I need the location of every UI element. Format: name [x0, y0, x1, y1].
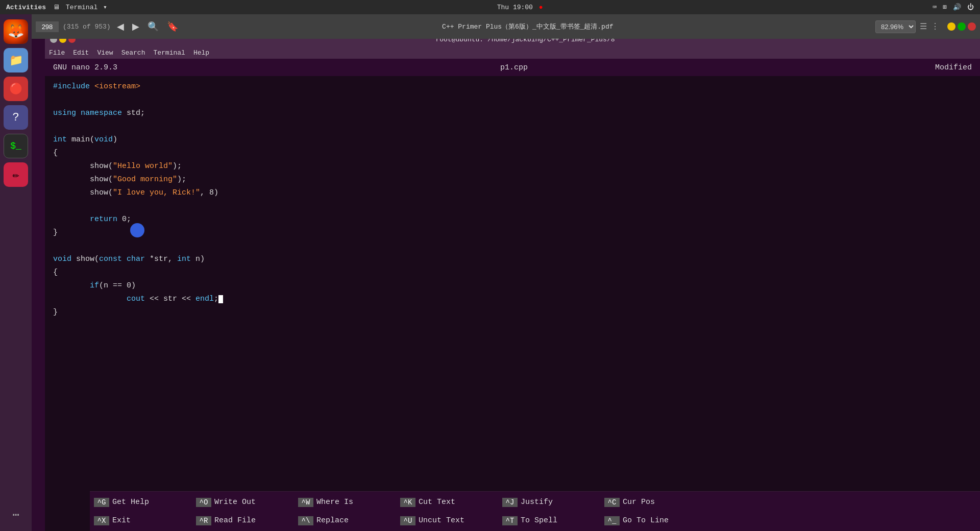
shortcut-key-underscore: ^_ [604, 516, 620, 525]
dropdown-arrow: ▾ [103, 4, 107, 11]
shortcut-label-write-out: Write Out [214, 498, 256, 506]
firefox-icon: 🦊 [8, 23, 24, 40]
code-token-show2: show( [53, 174, 113, 186]
pdf-bookmark-button[interactable]: 🔖 [165, 20, 180, 33]
sidebar-item-apps[interactable]: 🔴 [4, 77, 28, 101]
pdf-minimize-button[interactable] [947, 22, 955, 31]
help-icon: ? [12, 111, 19, 124]
shortcut-key-u: ^U [400, 516, 415, 525]
gnome-topbar-center: Thu 19:00 ● [497, 4, 543, 11]
code-line-4 [53, 120, 972, 133]
nano-menu-bar: File Edit View Search Terminal Help [45, 46, 980, 59]
menu-search[interactable]: Search [121, 49, 145, 57]
shortcut-key-r: ^R [196, 516, 211, 525]
shortcut-label-uncut-text: Uncut Text [419, 516, 464, 525]
shortcut-label-cut-text: Cut Text [419, 498, 455, 506]
datetime-label: Thu 19:00 [497, 4, 533, 11]
pdf-search-button[interactable]: 🔍 [145, 20, 161, 33]
code-token-semi1: ); [173, 160, 182, 173]
code-token-brace-close2: } [53, 306, 58, 319]
shortcut-justify: ^J Justify [502, 498, 604, 507]
sketchbook-icon: ✏ [12, 168, 19, 182]
code-token-preproc: #include [53, 81, 94, 93]
code-line-2 [53, 93, 972, 107]
code-token-cout: cout [127, 293, 145, 305]
more-apps-icon: ⋯ [12, 508, 19, 522]
sidebar-item-sketchbook[interactable]: ✏ [4, 162, 28, 187]
shortcut-label-justify: Justify [521, 498, 553, 506]
code-token-semi-cout: ; [214, 293, 218, 305]
menu-view[interactable]: View [97, 49, 113, 57]
pdf-sidebar-icon[interactable]: ☰ [920, 21, 927, 32]
code-token-void2: void [53, 253, 76, 266]
shortcut-label-goto-line: Go To Line [623, 516, 669, 525]
pdf-close-button[interactable] [968, 22, 976, 31]
sidebar-item-terminal[interactable]: $_ [4, 134, 28, 158]
network-icon: ⊞ [943, 3, 947, 11]
nano-version: GNU nano 2.9.3 [53, 63, 117, 72]
sidebar-item-firefox[interactable]: 🦊 [4, 19, 28, 44]
pdf-page-input[interactable] [36, 21, 59, 32]
gnome-topbar-left: Activities 🖥 Terminal ▾ [6, 3, 107, 11]
code-line-9: show("I love you, Rick!", 8) [53, 186, 972, 200]
code-token-brace-close1: } [53, 227, 58, 239]
code-line-15: { [53, 266, 972, 279]
menu-terminal[interactable]: Terminal [153, 49, 185, 57]
shortcut-cur-pos: ^C Cur Pos [604, 498, 706, 507]
code-token-show-decl: show( [76, 253, 99, 266]
activities-label[interactable]: Activities [6, 4, 46, 11]
terminal-window: root@ubuntu: /home/jackbing/C++_Primer_P… [45, 32, 980, 531]
code-token-brace-open1: { [53, 147, 58, 159]
code-token-zero: 0; [117, 213, 131, 226]
files-icon: 📁 [9, 54, 23, 67]
menu-file[interactable]: File [49, 49, 65, 57]
pdf-page-total: (315 of 953) [63, 23, 111, 31]
code-token-indent2 [53, 280, 90, 292]
code-token-indent3 [53, 293, 127, 305]
shortcut-row-2: ^X Exit ^R Read File ^\ Replace ^U Uncut… [90, 512, 980, 530]
shortcut-label-get-help: Get Help [112, 498, 149, 506]
shortcut-label-where-is: Where Is [316, 498, 353, 506]
code-editor-area[interactable]: #include <iostream> using namespace std;… [45, 76, 980, 491]
shortcut-replace: ^\ Replace [298, 516, 400, 525]
sidebar-item-files[interactable]: 📁 [4, 48, 28, 73]
nano-filename: p1.cpp [117, 63, 911, 72]
pdf-maximize-button[interactable] [958, 22, 966, 31]
code-line-11: return 0; [53, 213, 972, 226]
code-line-8: show("Good morning"); [53, 173, 972, 186]
code-token-main: main( [71, 134, 94, 146]
apps-icon: 🔴 [9, 82, 23, 96]
code-token-endl: endl [195, 293, 214, 305]
code-token-cout-rest: << str << [145, 293, 195, 305]
sidebar-item-help[interactable]: ? [4, 105, 28, 130]
terminal-icon: $_ [10, 141, 21, 151]
shortcut-label-cur-pos: Cur Pos [623, 498, 655, 506]
pdf-next-button[interactable]: ▶ [130, 20, 141, 33]
pdf-toolbar-icons: ☰ ⋮ [920, 21, 939, 32]
shortcut-label-to-spell: To Spell [521, 516, 557, 525]
code-token-str1: "Hello world" [113, 160, 173, 173]
shortcut-cut-text: ^K Cut Text [400, 498, 502, 507]
menu-help[interactable]: Help [193, 49, 209, 57]
code-line-17: cout << str << endl; [53, 293, 972, 306]
shortcut-key-t: ^T [502, 516, 518, 525]
code-token-semi2: ); [177, 174, 186, 186]
shortcut-goto-line: ^_ Go To Line [604, 516, 706, 525]
code-token-comma: , 8) [200, 187, 218, 199]
sidebar-item-more[interactable]: ⋯ [4, 502, 28, 527]
shortcut-to-spell: ^T To Spell [502, 516, 604, 525]
power-icon: ⏻ [967, 4, 974, 11]
terminal-app-label[interactable]: 🖥 Terminal ▾ [53, 3, 107, 11]
pdf-more-icon[interactable]: ⋮ [931, 21, 939, 32]
code-token-str3: "I love you, Rick!" [113, 187, 200, 199]
pdf-window-controls [947, 22, 976, 31]
pdf-zoom-select[interactable]: 82.96% [875, 20, 916, 33]
shortcut-label-exit: Exit [112, 516, 131, 525]
code-token-brace-open2: { [53, 267, 58, 279]
code-line-7: show("Hello world"); [53, 160, 972, 173]
pdf-prev-button[interactable]: ◀ [115, 20, 126, 33]
code-content[interactable]: #include <iostream> using namespace std;… [45, 76, 980, 491]
shortcut-read-file: ^R Read File [196, 516, 298, 525]
menu-edit[interactable]: Edit [73, 49, 89, 57]
shortcut-key-x: ^X [94, 516, 109, 525]
